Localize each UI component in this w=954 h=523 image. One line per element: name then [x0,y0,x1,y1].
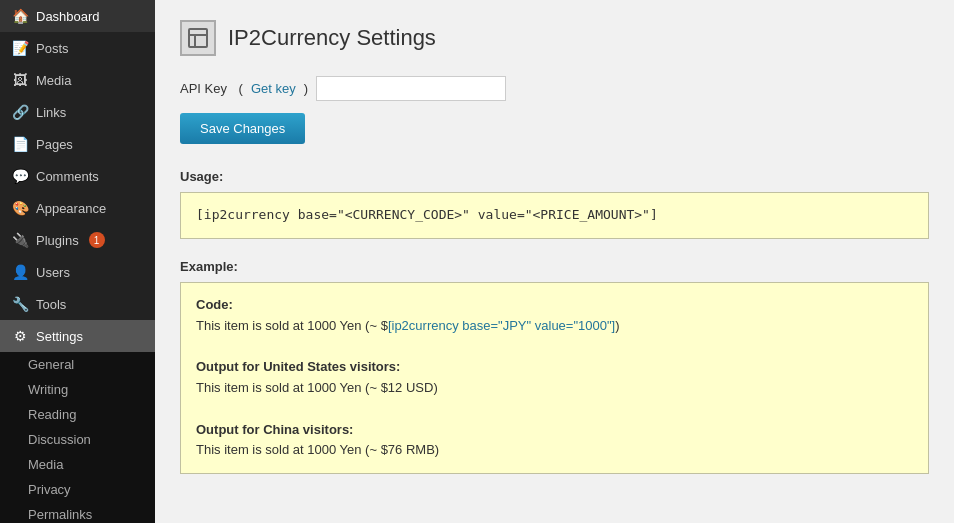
sidebar-item-label: Links [36,105,66,120]
sidebar-item-label: Tools [36,297,66,312]
output-us-section: Output for United States visitors: This … [196,357,913,399]
main-content: IP2Currency Settings API Key ( Get key )… [155,0,954,523]
api-key-row: API Key ( Get key ) [180,76,929,101]
sidebar: 🏠 Dashboard 📝 Posts 🖼 Media 🔗 Links 📄 Pa… [0,0,155,523]
output-cn-section: Output for China visitors: This item is … [196,420,913,462]
api-key-label: API Key [180,81,227,96]
page-header: IP2Currency Settings [180,20,929,56]
output-cn-label: Output for China visitors: [196,422,353,437]
sidebar-item-dashboard[interactable]: 🏠 Dashboard [0,0,155,32]
sidebar-item-media[interactable]: 🖼 Media [0,64,155,96]
example-code-section: Code: This item is sold at 1000 Yen (~ $… [196,295,913,337]
sidebar-item-plugins[interactable]: 🔌 Plugins 1 [0,224,155,256]
sidebar-item-posts[interactable]: 📝 Posts [0,32,155,64]
plugin-icon [180,20,216,56]
example-code-box: Code: This item is sold at 1000 Yen (~ $… [180,282,929,474]
posts-icon: 📝 [12,40,28,56]
api-key-input[interactable] [316,76,506,101]
submenu-discussion[interactable]: Discussion [0,427,155,452]
example-label: Example: [180,259,929,274]
submenu-permalinks[interactable]: Permalinks [0,502,155,523]
tools-icon: 🔧 [12,296,28,312]
output-us-label: Output for United States visitors: [196,359,400,374]
plugins-icon: 🔌 [12,232,28,248]
output-us-value: This item is sold at 1000 Yen (~ $12 USD… [196,380,438,395]
links-icon: 🔗 [12,104,28,120]
submenu-media[interactable]: Media [0,452,155,477]
sidebar-item-settings[interactable]: ⚙ Settings [0,320,155,352]
submenu-writing[interactable]: Writing [0,377,155,402]
sidebar-item-label: Users [36,265,70,280]
sidebar-item-label: Media [36,73,71,88]
code-example-suffix: ) [615,318,619,333]
sidebar-item-label: Comments [36,169,99,184]
save-changes-button[interactable]: Save Changes [180,113,305,144]
usage-shortcode: [ip2currency base="<CURRENCY_CODE>" valu… [196,207,658,222]
settings-icon: ⚙ [12,328,28,344]
sidebar-item-pages[interactable]: 📄 Pages [0,128,155,160]
svg-rect-0 [189,29,207,47]
code-label: Code: [196,297,233,312]
sidebar-item-label: Settings [36,329,83,344]
appearance-icon: 🎨 [12,200,28,216]
sidebar-item-links[interactable]: 🔗 Links [0,96,155,128]
get-key-link[interactable]: Get key [251,81,296,96]
sidebar-item-tools[interactable]: 🔧 Tools [0,288,155,320]
sidebar-item-label: Posts [36,41,69,56]
usage-code-box: [ip2currency base="<CURRENCY_CODE>" valu… [180,192,929,239]
comments-icon: 💬 [12,168,28,184]
sidebar-item-users[interactable]: 👤 Users [0,256,155,288]
media-icon: 🖼 [12,72,28,88]
users-icon: 👤 [12,264,28,280]
sidebar-item-label: Plugins [36,233,79,248]
settings-submenu: General Writing Reading Discussion Media… [0,352,155,523]
submenu-privacy[interactable]: Privacy [0,477,155,502]
sidebar-item-label: Pages [36,137,73,152]
sidebar-item-label: Dashboard [36,9,100,24]
dashboard-icon: 🏠 [12,8,28,24]
sidebar-item-comments[interactable]: 💬 Comments [0,160,155,192]
submenu-reading[interactable]: Reading [0,402,155,427]
submenu-general[interactable]: General [0,352,155,377]
page-title: IP2Currency Settings [228,25,436,51]
code-example-prefix: This item is sold at 1000 Yen (~ $ [196,318,388,333]
pages-icon: 📄 [12,136,28,152]
code-example-shortcode: [ip2currency base="JPY" value="1000"] [388,318,615,333]
plugins-badge: 1 [89,232,105,248]
sidebar-item-appearance[interactable]: 🎨 Appearance [0,192,155,224]
output-cn-value: This item is sold at 1000 Yen (~ $76 RMB… [196,442,439,457]
sidebar-item-label: Appearance [36,201,106,216]
usage-label: Usage: [180,169,929,184]
